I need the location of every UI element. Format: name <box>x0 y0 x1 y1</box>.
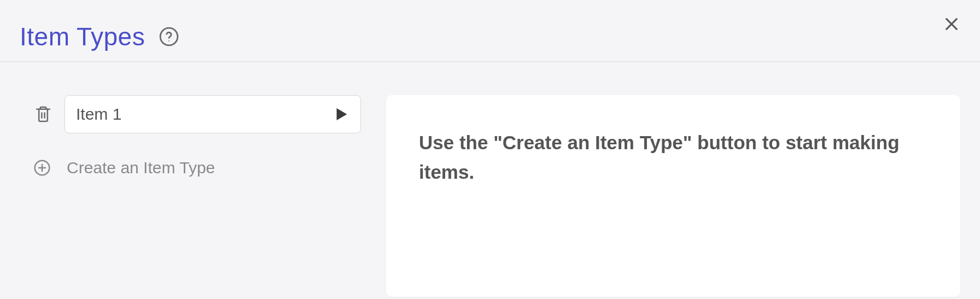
item-list-column: Item 1 Create an Item Type <box>33 95 361 177</box>
info-panel-text: Use the "Create an Item Type" button to … <box>419 128 928 187</box>
svg-point-3 <box>168 40 170 42</box>
header: Item Types <box>0 0 980 62</box>
delete-item-button[interactable] <box>33 104 54 125</box>
question-icon <box>159 26 179 47</box>
page-title: Item Types <box>20 22 145 51</box>
info-panel: Use the "Create an Item Type" button to … <box>386 95 960 297</box>
triangle-right-icon <box>336 108 347 120</box>
content: Item 1 Create an Item Type Use the "Crea… <box>0 62 980 297</box>
item-select[interactable]: Item 1 <box>65 95 361 133</box>
create-item-type-button[interactable]: Create an Item Type <box>33 159 361 177</box>
svg-marker-6 <box>337 108 347 120</box>
item-row: Item 1 <box>33 95 361 133</box>
expand-icon-wrapper <box>336 108 347 120</box>
item-label: Item 1 <box>76 105 121 124</box>
close-icon <box>943 15 960 33</box>
create-item-type-label: Create an Item Type <box>67 159 215 177</box>
close-button[interactable] <box>941 13 962 35</box>
plus-circle-icon <box>33 159 51 177</box>
trash-icon <box>34 105 52 124</box>
plus-icon-wrapper <box>33 159 51 177</box>
help-button[interactable] <box>158 26 180 48</box>
